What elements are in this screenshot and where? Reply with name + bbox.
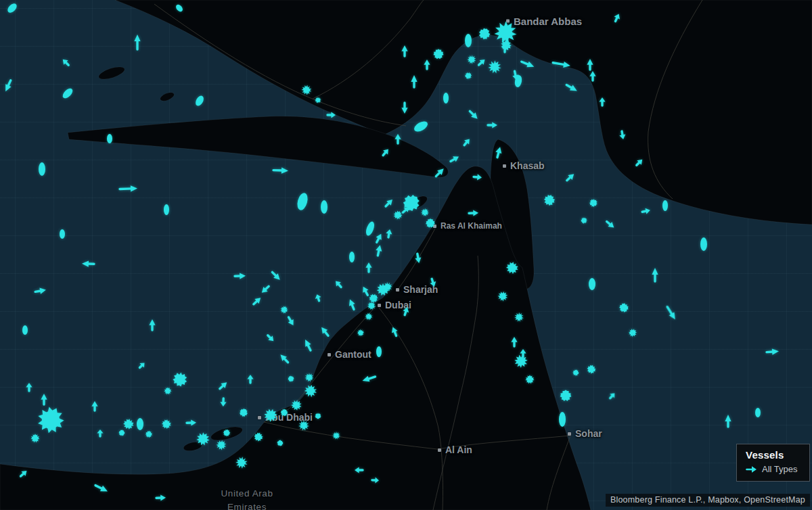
vessel-cluster[interactable] [223,430,231,436]
vessel-cluster[interactable] [587,365,596,374]
vessel-dot[interactable] [296,192,309,212]
vessel-cluster[interactable] [302,85,312,95]
legend-item-all-types[interactable]: All Types [746,464,809,474]
vessel-arrow[interactable] [302,338,313,352]
vessel-cluster[interactable] [254,433,263,442]
vessel-dot[interactable] [376,346,382,357]
vessel-cluster[interactable] [332,432,340,440]
vessel-arrow[interactable] [374,233,384,244]
vessel-dot[interactable] [349,252,355,262]
vessel-dot[interactable] [39,162,45,176]
vessel-cluster[interactable] [357,329,364,336]
vessel-cluster[interactable] [426,218,435,227]
vessel-arrow[interactable] [612,13,621,23]
vessel-arrow[interactable] [218,380,229,391]
vessel-arrow[interactable] [334,279,344,289]
vessel-cluster[interactable] [173,373,187,387]
vessel-arrow[interactable] [347,298,357,310]
vessel-arrow[interactable] [149,319,155,330]
vessel-cluster[interactable] [434,49,444,59]
vessel-arrow[interactable] [18,469,28,479]
vessel-arrow[interactable] [137,361,147,370]
vessel-cluster[interactable] [31,434,40,443]
vessel-dot[interactable] [60,229,65,239]
vessel-arrow[interactable] [91,401,97,411]
vessel-cluster[interactable] [123,419,133,430]
vessel-arrow[interactable] [252,296,263,306]
vessel-arrow[interactable] [552,60,570,69]
vessel-dot[interactable] [6,2,18,14]
vessel-arrow[interactable] [361,374,376,384]
vessel-arrow[interactable] [3,79,14,93]
vessel-cluster[interactable] [298,420,309,430]
vessel-cluster[interactable] [589,199,597,207]
vessel-arrow[interactable] [641,207,651,214]
vessel-cluster[interactable] [581,217,587,224]
vessel-dot[interactable] [194,95,206,108]
vessel-arrow[interactable] [462,137,472,147]
vessel-dot[interactable] [175,3,184,13]
vessel-arrow[interactable] [725,415,731,427]
vessel-cluster[interactable] [281,306,288,314]
vessel-arrow[interactable] [278,352,290,365]
vessel-arrow[interactable] [270,270,282,282]
vessel-cluster[interactable] [235,457,247,469]
vessel-arrow[interactable] [187,419,196,426]
vessel-dot[interactable] [700,237,707,251]
vessel-cluster[interactable] [369,294,378,303]
vessel-cluster[interactable] [304,385,317,397]
vessel-cluster[interactable] [367,302,376,310]
vessel-cluster[interactable] [217,440,227,450]
vessel-arrow[interactable] [587,59,593,70]
vessel-cluster[interactable] [560,390,572,401]
vessel-cluster[interactable] [281,409,288,417]
vessel-arrow[interactable] [381,147,391,157]
vessel-dot[interactable] [22,325,28,335]
vessel-cluster[interactable] [305,373,314,382]
vessel-cluster[interactable] [277,440,283,446]
vessel-arrow[interactable] [608,391,617,400]
vessel-cluster[interactable] [488,60,501,73]
vessel-arrow[interactable] [664,305,677,321]
vessel-arrow[interactable] [565,172,577,183]
vessel-arrow[interactable] [365,262,371,272]
vessel-arrow[interactable] [247,375,253,383]
map-attribution[interactable]: Bloomberg Finance L.P., Mapbox, OpenStre… [606,494,810,507]
vessel-cluster[interactable] [465,72,472,79]
vessel-arrow[interactable] [220,398,227,407]
vessel-cluster[interactable] [619,303,628,312]
vessel-arrow[interactable] [520,59,535,70]
vessel-arrow[interactable] [401,45,407,56]
vessel-arrow[interactable] [589,71,595,80]
vessel-arrow[interactable] [35,287,46,295]
vessel-arrow[interactable] [82,260,94,267]
vessel-dot[interactable] [465,34,472,47]
vessel-arrow[interactable] [266,333,276,344]
vessel-arrow[interactable] [411,75,417,87]
vessel-cluster[interactable] [291,400,301,411]
vessel-cluster[interactable] [394,211,403,220]
vessel-arrow[interactable] [520,349,526,357]
vessel-arrow[interactable] [314,294,322,302]
vessel-layer[interactable] [3,2,779,501]
vessel-arrow[interactable] [635,158,645,168]
vessel-arrow[interactable] [767,348,780,355]
vessel-dot[interactable] [61,87,74,100]
vessel-arrow[interactable] [424,60,430,69]
vessel-dot[interactable] [137,418,143,430]
vessel-cluster[interactable] [514,312,524,322]
vessel-dot[interactable] [107,134,112,143]
vessel-arrow[interactable] [41,394,47,404]
vessel-cluster[interactable] [629,329,637,337]
vessel-cluster[interactable] [526,375,535,384]
vessel-arrow[interactable] [414,253,422,263]
vessel-dot[interactable] [589,278,595,290]
vessel-cluster[interactable] [495,21,517,43]
vessel-arrow[interactable] [565,83,579,94]
vessel-arrow[interactable] [652,268,658,281]
vessel-dot[interactable] [412,119,429,133]
vessel-arrow[interactable] [469,210,478,216]
vessel-arrow[interactable] [26,383,32,391]
vessel-arrow[interactable] [355,467,363,473]
vessel-arrow[interactable] [402,306,410,316]
